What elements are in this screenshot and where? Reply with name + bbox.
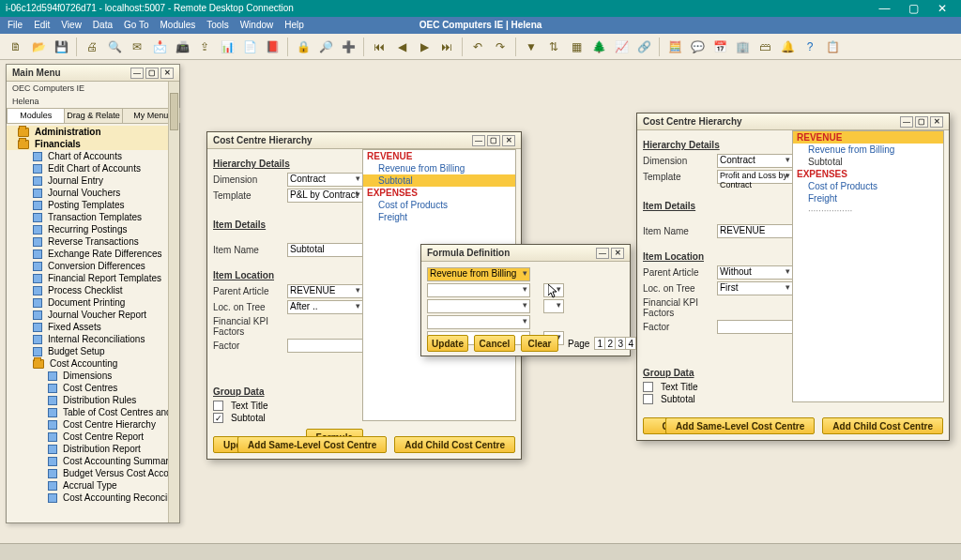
- cch2-tree[interactable]: REVENUE Revenue from Billing Subtotal EX…: [792, 130, 944, 402]
- tree-item[interactable]: Cost Accounting Summary Report: [7, 455, 179, 467]
- cch2-title[interactable]: Cost Centre Hierarchy — ▢ ✕: [637, 114, 949, 130]
- tree-item[interactable]: Journal Vouchers: [7, 187, 179, 199]
- menu-window[interactable]: Window: [240, 17, 274, 34]
- tree-item[interactable]: Distribution Report: [7, 443, 179, 455]
- tree-item[interactable]: Journal Entry: [7, 174, 179, 187]
- tree-subtotal[interactable]: Subtotal: [363, 174, 515, 187]
- menu-help[interactable]: Help: [284, 17, 304, 34]
- tree-item[interactable]: Chart of Accounts: [7, 150, 179, 162]
- tb-save-icon[interactable]: 💾: [51, 37, 71, 57]
- tb-tree-icon[interactable]: 🌲: [588, 37, 609, 57]
- tree-select[interactable]: First: [717, 281, 793, 295]
- tmpl-select[interactable]: Profit and Loss by Contract: [717, 170, 793, 184]
- tb-add-icon[interactable]: ➕: [338, 37, 358, 57]
- dim-select[interactable]: Contract: [717, 154, 793, 168]
- tree-item[interactable]: Table of Cost Centres and Distribution R…: [7, 406, 179, 418]
- tree-item[interactable]: Posting Templates: [7, 199, 179, 211]
- tree-item[interactable]: Distribution Rules: [7, 394, 179, 406]
- fd-title[interactable]: Formula Definition — ✕: [421, 245, 630, 262]
- tb-sort-icon[interactable]: ⇅: [543, 37, 564, 57]
- tb-new-icon[interactable]: 🗎: [6, 37, 26, 57]
- panel-min-icon[interactable]: —: [130, 68, 144, 79]
- tree-item[interactable]: Recurring Postings: [7, 223, 179, 235]
- fd-operand-4[interactable]: [427, 315, 530, 329]
- tb-msg-icon[interactable]: 💬: [687, 37, 708, 57]
- tree-body[interactable]: Administration Financials Chart of Accou…: [7, 124, 179, 527]
- menu-goto[interactable]: Go To: [124, 17, 149, 34]
- win-max-icon[interactable]: ▢: [915, 116, 928, 128]
- tb-word-icon[interactable]: 📄: [239, 37, 260, 57]
- tree-expenses[interactable]: EXPENSES: [363, 187, 515, 199]
- minimize-button[interactable]: —: [871, 0, 897, 17]
- tree-item[interactable]: Cost Centres: [7, 382, 179, 394]
- tb-print-icon[interactable]: 🖨: [82, 37, 102, 57]
- tmpl-select[interactable]: P&L by Contract: [287, 189, 363, 203]
- tree-item[interactable]: Process Checklist: [7, 284, 179, 296]
- tab-modules[interactable]: Modules: [7, 108, 65, 123]
- tb-sms-icon[interactable]: 📩: [149, 37, 170, 57]
- panel-close-icon[interactable]: ✕: [160, 68, 174, 79]
- tree-item[interactable]: Transaction Templates: [7, 211, 179, 223]
- tree-cost-products[interactable]: Cost of Products: [363, 199, 515, 211]
- tree-item[interactable]: Budget Versus Cost Accounting: [7, 467, 179, 479]
- panel-max-icon[interactable]: ▢: [145, 68, 159, 79]
- tb-chart-icon[interactable]: 📈: [611, 37, 632, 57]
- dim-select[interactable]: Contract: [287, 173, 363, 187]
- tb-find-icon[interactable]: 🔎: [315, 37, 336, 57]
- tb-lock-icon[interactable]: 🔒: [293, 37, 313, 57]
- tree-revenue[interactable]: REVENUE: [363, 150, 515, 162]
- tb-preview-icon[interactable]: 🔍: [104, 37, 125, 57]
- win-close-icon[interactable]: ✕: [502, 135, 515, 146]
- tb-mail-icon[interactable]: ✉: [127, 37, 147, 57]
- tree-expenses[interactable]: EXPENSES: [793, 168, 943, 180]
- tree-cost-accounting[interactable]: Cost Accounting: [7, 357, 179, 370]
- tree-freight[interactable]: Freight: [793, 192, 943, 204]
- win-min-icon[interactable]: —: [596, 248, 609, 259]
- tb-redo-icon[interactable]: ↷: [490, 37, 511, 57]
- page-4[interactable]: 4: [625, 337, 636, 350]
- win-max-icon[interactable]: ▢: [487, 135, 500, 146]
- add-child-button[interactable]: Add Child Cost Centre: [822, 417, 943, 434]
- add-same-level-button[interactable]: Add Same-Level Cost Centre: [237, 436, 387, 453]
- tb-query-icon[interactable]: 🗃: [755, 37, 775, 57]
- add-same-level-button[interactable]: Add Same-Level Cost Centre: [665, 417, 815, 434]
- parent-select[interactable]: REVENUE: [287, 284, 363, 298]
- item-name-input[interactable]: REVENUE: [717, 224, 793, 238]
- factor-input[interactable]: [287, 339, 363, 353]
- tree-item[interactable]: Document Printing: [7, 296, 179, 309]
- fd-operand-3[interactable]: [427, 299, 530, 313]
- tree-financials[interactable]: Financials: [7, 138, 179, 150]
- win-min-icon[interactable]: —: [472, 135, 485, 146]
- fd-operator-2[interactable]: [543, 299, 564, 313]
- tb-open-icon[interactable]: 📂: [28, 37, 49, 57]
- factor-input[interactable]: [717, 320, 793, 334]
- maximize-button[interactable]: ▢: [900, 0, 926, 17]
- add-child-button[interactable]: Add Child Cost Centre: [394, 436, 515, 453]
- tree-revenue[interactable]: REVENUE: [793, 131, 943, 144]
- menu-data[interactable]: Data: [93, 17, 113, 34]
- tree-item[interactable]: Edit Chart of Accounts: [7, 162, 179, 174]
- fd-operand-1[interactable]: Revenue from Billing: [427, 267, 530, 281]
- scrollbar-thumb[interactable]: [170, 93, 178, 130]
- fd-operator-1[interactable]: [543, 283, 564, 297]
- tb-pdf-icon[interactable]: 📕: [262, 37, 282, 57]
- tree-subtotal[interactable]: Subtotal: [793, 156, 943, 168]
- tree-select[interactable]: After ..: [287, 300, 363, 314]
- tree-item[interactable]: Cost Centre Report: [7, 431, 179, 443]
- subtotal-checkbox[interactable]: ✓: [213, 413, 223, 423]
- fd-cancel-button[interactable]: Cancel: [474, 335, 515, 352]
- tree-revenue-billing[interactable]: Revenue from Billing: [793, 144, 943, 156]
- fd-operand-2[interactable]: [427, 283, 530, 297]
- menu-file[interactable]: File: [8, 17, 23, 34]
- tree-item[interactable]: Accrual Type: [7, 479, 179, 492]
- tree-item[interactable]: Fixed Assets: [7, 321, 179, 333]
- text-title-checkbox[interactable]: [643, 382, 653, 392]
- tree-revenue-billing[interactable]: Revenue from Billing: [363, 162, 515, 174]
- tb-next-icon[interactable]: ▶: [414, 37, 435, 57]
- win-close-icon[interactable]: ✕: [930, 116, 943, 128]
- tree-item[interactable]: Cost Accounting Reconciliation Report: [7, 492, 179, 504]
- tb-branch-icon[interactable]: 🏢: [732, 37, 753, 57]
- tb-filter-icon[interactable]: ▼: [521, 37, 542, 57]
- fd-clear-button[interactable]: Clear: [521, 335, 558, 352]
- text-title-checkbox[interactable]: [213, 401, 223, 411]
